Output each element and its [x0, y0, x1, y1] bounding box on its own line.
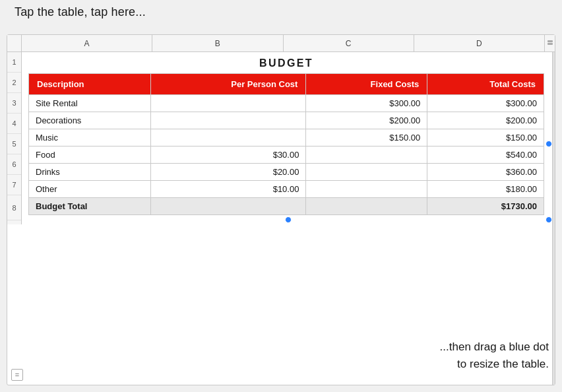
header-per-person-cost: Per Person Cost — [151, 74, 306, 95]
cell-fixed-costs: $300.00 — [306, 95, 427, 112]
row-num-2: 2 — [7, 73, 21, 93]
table-header-row: Description Per Person Cost Fixed Costs … — [29, 74, 544, 95]
cell-description: Other — [29, 181, 151, 198]
total-row: Budget Total $1730.00 — [29, 198, 544, 215]
table-row: Decorations $200.00 $200.00 — [29, 112, 544, 129]
total-costs-value: $1730.00 — [427, 198, 544, 215]
cell-total-costs: $300.00 — [427, 95, 544, 112]
row-num-6: 6 — [7, 154, 21, 175]
table-row: Music $150.00 $150.00 — [29, 129, 544, 147]
cell-description: Food — [29, 147, 151, 164]
row-num-7: 7 — [7, 175, 21, 195]
cell-fixed-costs — [306, 164, 427, 181]
header-total-costs: Total Costs — [427, 74, 544, 95]
sheet-body: 1 2 3 4 5 6 7 8 BUDGET Description Per P… — [7, 52, 555, 224]
blue-dot-bottom-center[interactable] — [285, 216, 292, 223]
bottom-annotation: ...then drag a blue dot to resize the ta… — [440, 339, 549, 372]
col-header-d: D — [414, 35, 544, 51]
cell-description: Music — [29, 129, 151, 147]
cell-total-costs: $150.00 — [427, 129, 544, 147]
row-num-5: 5 — [7, 134, 21, 154]
cell-per-person-cost — [151, 112, 306, 129]
cell-per-person-cost — [151, 95, 306, 112]
scroll-indicator[interactable] — [544, 35, 555, 51]
row-num-4: 4 — [7, 114, 21, 134]
row-num-3: 3 — [7, 93, 21, 114]
total-per-person-cost — [151, 198, 306, 215]
blue-dot-right-row4[interactable] — [546, 141, 552, 147]
blue-dot-bottom-right[interactable] — [546, 216, 552, 223]
cell-total-costs: $540.00 — [427, 147, 544, 164]
cell-per-person-cost: $10.00 — [151, 181, 306, 198]
svg-rect-0 — [547, 40, 553, 42]
table-row: Food $30.00 $540.00 — [29, 147, 544, 164]
cell-fixed-costs: $150.00 — [306, 129, 427, 147]
cell-per-person-cost: $30.00 — [151, 147, 306, 164]
row-num-1: 1 — [7, 52, 21, 73]
cell-description: Drinks — [29, 164, 151, 181]
svg-rect-1 — [547, 43, 553, 45]
col-header-b: B — [152, 35, 283, 51]
cell-description: Site Rental — [29, 95, 151, 112]
col-header-a: A — [22, 35, 152, 51]
cell-total-costs: $180.00 — [427, 181, 544, 198]
corner-cell — [7, 35, 22, 52]
total-description: Budget Total — [29, 198, 151, 215]
bottom-left-icon[interactable]: = — [11, 369, 23, 381]
row-num-8: 8 — [7, 195, 21, 220]
col-header-c: C — [284, 35, 414, 51]
cell-fixed-costs: $200.00 — [306, 112, 427, 129]
table-title: BUDGET — [28, 57, 544, 69]
cell-fixed-costs — [306, 181, 427, 198]
row-numbers: 1 2 3 4 5 6 7 8 — [7, 52, 22, 224]
cell-description: Decorations — [29, 112, 151, 129]
cell-total-costs: $200.00 — [427, 112, 544, 129]
table-row: Drinks $20.00 $360.00 — [29, 164, 544, 181]
table-row: Site Rental $300.00 $300.00 — [29, 95, 544, 112]
header-fixed-costs: Fixed Costs — [306, 74, 427, 95]
spreadsheet-area: A B C D 1 2 3 4 5 6 7 8 BUDGET — [7, 34, 555, 385]
cell-total-costs: $360.00 — [427, 164, 544, 181]
table-row: Other $10.00 $180.00 — [29, 181, 544, 198]
top-annotation: Tap the table, tap here... — [15, 5, 146, 19]
cell-fixed-costs — [306, 147, 427, 164]
total-fixed-costs — [306, 198, 427, 215]
header-description: Description — [29, 74, 151, 95]
cell-per-person-cost: $20.00 — [151, 164, 306, 181]
table-wrapper: BUDGET Description Per Person Cost Fixed… — [22, 52, 555, 224]
right-scrollbar[interactable] — [552, 52, 555, 385]
budget-table: Description Per Person Cost Fixed Costs … — [28, 73, 544, 215]
cell-per-person-cost — [151, 129, 306, 147]
